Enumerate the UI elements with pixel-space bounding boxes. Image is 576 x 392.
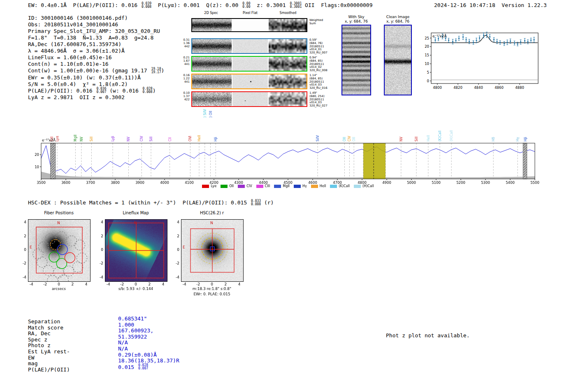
- svg-text:4820: 4820: [453, 86, 462, 90]
- info-line: Cont(w) = 1.00(±0.00)e-16 (gmag 19.17 19…: [28, 67, 164, 74]
- emission-line-label: Hγ: [516, 137, 520, 141]
- y-tick-label: -2: [20, 261, 26, 266]
- emission-line-label: HeII: [427, 135, 430, 141]
- y-tick-label: 2: [173, 234, 179, 239]
- spec2d-row-annotation: 0.59"(684, 76)20180511v014_01320_RU_007: [309, 39, 331, 55]
- spec2d-row-left-values: 0.311.36442: [180, 39, 190, 48]
- legend-label: (K)CaII: [339, 184, 350, 188]
- x-tick-label: -4: [180, 282, 188, 287]
- cutout-caption: s/b: 5.93 +/- 0.144: [99, 287, 173, 291]
- match-row-value: 0.015 0.0280.007: [118, 364, 179, 371]
- svg-text:10: 10: [425, 62, 429, 66]
- spec2d-col-header: 2D Spec: [193, 11, 230, 15]
- match-table-labels: SeparationMatch scoreRA, DecSpec zPhoto …: [28, 319, 70, 373]
- x-tick-label: -2: [118, 282, 126, 287]
- svg-text:10: 10: [35, 165, 39, 169]
- emission-line-label: Lyα: [56, 136, 59, 141]
- cutout-caption: m:18.3 re:1.8" s:0.8": [175, 287, 249, 291]
- match-row-label: Match score: [28, 325, 70, 331]
- cutout-caption: EWr: 0. PLAE: 0.015: [175, 292, 249, 297]
- y-tick-label: -4: [97, 275, 103, 280]
- match-row-value: 167.600923, 51.359922: [118, 328, 179, 340]
- legend-swatch: [294, 185, 301, 188]
- uncertainty-fraction: 0.000.00: [242, 2, 250, 9]
- spec2d-row1-panel-1: [232, 57, 268, 71]
- match-row-value: 18.36(18.35,18.37)R: [118, 358, 179, 364]
- svg-text:3900: 3900: [135, 181, 144, 185]
- match-row-label: Photo z: [28, 343, 70, 349]
- x-tick-label: -2: [41, 282, 49, 287]
- spec2d-row2-panel-0: [192, 74, 232, 88]
- emission-line-label: NV: [127, 137, 130, 141]
- clean-image-frame: [384, 25, 412, 95]
- x-tick-label: -2: [194, 282, 202, 287]
- emission-line-label: (K)CaII: [438, 130, 442, 141]
- legend-entry: (H)CaII: [354, 184, 374, 188]
- legend-entry: CIII: [256, 184, 270, 188]
- y-tick-label: 2: [97, 234, 103, 239]
- x-tick-label: 0: [132, 282, 140, 287]
- legend-swatch: [311, 185, 318, 188]
- spec2d-row-annotation: 0.94"(684, 85)20180511v014_02320_RU_008: [309, 56, 331, 72]
- y-tick-label: -2: [97, 261, 103, 266]
- hsc-dex-match-line: HSC-DEX : Possible Matches = 1 (within +…: [28, 199, 274, 206]
- clean-title: Clean Image: [381, 15, 415, 19]
- spec2d-weighted-frame: [191, 18, 307, 32]
- legend-label: MgII: [283, 184, 290, 188]
- y-tick-label: 4: [173, 220, 179, 225]
- svg-text:e⁻¹⁷x2Å: e⁻¹⁷x2Å: [432, 34, 447, 38]
- x-tick-label: 2: [221, 282, 230, 287]
- withsky-xy-label: x, y: 684, 76: [340, 19, 373, 24]
- emission-line-highlight-band: [363, 143, 386, 179]
- header-summary: EW: 0.4±0.1Å P(LAE)/P(OII): 0.016 0.0390…: [28, 2, 372, 9]
- info-line: F=1.8" T=0.138 N̄=1.33 A=0.83 g=24.8: [28, 35, 164, 41]
- legend-swatch: [330, 185, 337, 188]
- svg-text:4800: 4800: [433, 86, 442, 90]
- legend-entry: HeII: [311, 184, 326, 188]
- emission-line-label: OII: [352, 137, 356, 141]
- info-line: LineFlux = 1.60(±0.45)e-16: [28, 54, 164, 61]
- compass-north: N: [134, 221, 137, 225]
- legend-label: CIV: [246, 184, 252, 188]
- cutout-title: Lineflux Map: [105, 211, 167, 216]
- x-tick-label: 2: [68, 282, 77, 287]
- info-line: RA,Dec (167.600876,51.359734): [28, 41, 164, 48]
- legend-label: OII: [229, 184, 234, 188]
- svg-text:5300: 5300: [481, 181, 490, 185]
- match-row-label: mag: [28, 361, 70, 367]
- emission-line-label: Hδ: [492, 137, 495, 141]
- info-line: Obs: 20180511v014_3001000146: [28, 21, 164, 28]
- match-row-label: P(LAE)/P(OII): [28, 367, 70, 373]
- match-row-label: RA, Dec: [28, 331, 70, 337]
- cutout-image-0: [28, 219, 91, 282]
- uncertainty-fraction: 0.0280.007: [138, 364, 148, 370]
- svg-text:5100: 5100: [432, 181, 441, 185]
- info-line: EWr = 0.35(±0.10) (w: 0.37(±0.11))Å: [28, 74, 164, 81]
- y-tick-label: 0: [173, 248, 179, 252]
- emission-line-label: CIV: [140, 136, 144, 141]
- legend-swatch: [354, 185, 361, 188]
- cutout-caption: arcsecs: [22, 287, 96, 291]
- info-line: Cont(n) = 1.10(±0.01)e-16: [28, 61, 164, 67]
- legend-entry: CIV: [238, 184, 252, 188]
- info-line: ID: 3001000146 (3001000146.pdf): [28, 15, 164, 21]
- uncertainty-fraction: 0.0330.008: [251, 199, 261, 206]
- x-tick-label: -4: [27, 282, 35, 287]
- elixer-detection-report: EW: 0.4±0.1Å P(LAE)/P(OII): 0.016 0.0390…: [0, 0, 576, 392]
- flux-spectrum: [41, 146, 535, 174]
- cutout-title: Fiber Positions: [28, 211, 90, 216]
- info-line: Primary Spec_Slot_IFU_AMP: 320_053_020_R…: [28, 28, 164, 35]
- emission-line-label: Lyβ: [111, 136, 115, 141]
- svg-text:4000: 4000: [160, 181, 169, 185]
- x-tick-label: 4: [159, 282, 167, 287]
- legend-entry: (K)CaII: [330, 184, 350, 188]
- svg-text:3800: 3800: [111, 181, 120, 185]
- spec2d-weighted-panel-2: [269, 19, 307, 31]
- spec2d-row-left-values: 0.211.67441: [180, 56, 190, 66]
- svg-text:0: 0: [427, 79, 429, 83]
- legend-swatch: [274, 185, 281, 188]
- svg-text:5500: 5500: [530, 181, 539, 185]
- emission-line-label: OVI: [188, 136, 192, 141]
- info-line: P(LAE)/P(OII): 0.016 0.0360.007 (w: 0.01…: [28, 88, 164, 95]
- cutout-image-1: [105, 219, 167, 282]
